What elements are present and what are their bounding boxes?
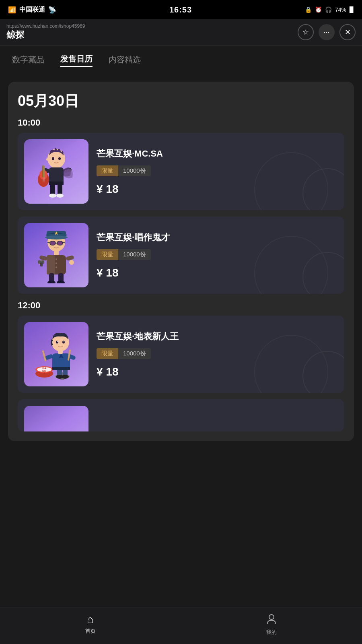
tab-calendar[interactable]: 发售日历 bbox=[60, 54, 93, 67]
svg-rect-63 bbox=[42, 350, 46, 361]
product-name-2: 芒果互娱·唱作鬼才 bbox=[97, 231, 338, 244]
time-slot-1000: 10:00 bbox=[18, 118, 344, 128]
product-info-2: 芒果互娱·唱作鬼才 限量 10000份 ¥ 18 bbox=[97, 231, 338, 279]
carrier-label: 中国联通 bbox=[19, 6, 45, 14]
svg-rect-6 bbox=[50, 184, 55, 195]
main-content: 05月30日 10:00 bbox=[0, 75, 362, 496]
svg-rect-7 bbox=[58, 184, 62, 195]
svg-point-69 bbox=[57, 341, 58, 342]
character-svg-3: NZ ND bbox=[28, 326, 84, 382]
battery-label: 74% bbox=[335, 6, 346, 13]
battery-icon: ▉ bbox=[350, 6, 354, 13]
svg-point-1 bbox=[52, 157, 54, 160]
partial-product-card[interactable] bbox=[18, 399, 344, 431]
svg-rect-29 bbox=[66, 255, 74, 261]
badge-limited-3: 限量 bbox=[97, 348, 118, 359]
tab-content[interactable]: 内容精选 bbox=[109, 54, 141, 67]
product-name-1: 芒果互娱·MC.SA bbox=[97, 148, 338, 160]
time-slot-1200: 12:00 bbox=[18, 300, 344, 311]
product-price-3: ¥ 18 bbox=[97, 365, 338, 378]
character-svg-2 bbox=[28, 227, 84, 283]
home-icon: ⌂ bbox=[87, 613, 94, 626]
product-image-2 bbox=[24, 223, 88, 287]
wifi-icon: 📡 bbox=[48, 6, 56, 14]
svg-point-67 bbox=[56, 341, 58, 344]
svg-point-27 bbox=[57, 281, 65, 283]
badge-row-2: 限量 10000份 bbox=[97, 249, 338, 260]
product-image-3: NZ ND bbox=[24, 322, 88, 386]
svg-rect-28 bbox=[39, 255, 48, 261]
close-icon: ✕ bbox=[345, 28, 351, 37]
svg-point-21 bbox=[56, 258, 57, 260]
status-time: 16:53 bbox=[169, 5, 192, 14]
signal-icon: 📶 bbox=[8, 6, 16, 14]
svg-rect-60 bbox=[52, 367, 70, 370]
profile-icon bbox=[266, 613, 277, 627]
svg-point-2 bbox=[58, 157, 61, 160]
character-svg-1 bbox=[28, 143, 84, 200]
product-name-3: 芒果互娱·地表新人王 bbox=[97, 330, 338, 343]
status-right: 🔒 ⏰ 🎧 74% ▉ bbox=[305, 6, 354, 13]
nav-item-profile[interactable]: 我的 bbox=[266, 613, 277, 636]
tab-digital[interactable]: 数字藏品 bbox=[12, 54, 44, 67]
badge-limited-2: 限量 bbox=[97, 249, 118, 260]
svg-point-68 bbox=[62, 341, 65, 344]
bottom-nav: ⌂ 首页 我的 bbox=[0, 607, 362, 644]
nav-tabs: 数字藏品 发售日历 内容精选 bbox=[0, 45, 362, 75]
product-card-newstar[interactable]: NZ ND bbox=[18, 316, 344, 393]
svg-rect-47 bbox=[40, 262, 43, 266]
dots-icon: ··· bbox=[323, 28, 329, 37]
product-price-2: ¥ 18 bbox=[97, 266, 338, 279]
svg-text:ND: ND bbox=[42, 369, 46, 372]
product-image-1 bbox=[24, 139, 88, 204]
product-card-singer[interactable]: 芒果互娱·唱作鬼才 限量 10000份 ¥ 18 bbox=[18, 217, 344, 294]
svg-point-70 bbox=[64, 341, 64, 342]
badge-count-3: 10000份 bbox=[118, 348, 151, 359]
headphone-icon: 🎧 bbox=[325, 6, 332, 13]
product-info-1: 芒果互娱·MC.SA 限量 10000份 ¥ 18 bbox=[97, 148, 338, 196]
nav-profile-label: 我的 bbox=[266, 629, 277, 636]
svg-point-8 bbox=[49, 194, 56, 198]
nav-item-home[interactable]: ⌂ 首页 bbox=[85, 613, 96, 636]
badge-count-1: 10000份 bbox=[118, 165, 151, 176]
svg-point-73 bbox=[269, 615, 274, 619]
partial-product-image bbox=[24, 406, 88, 431]
browser-title: 鲸探 bbox=[6, 29, 85, 41]
close-button[interactable]: ✕ bbox=[339, 24, 356, 40]
badge-row-3: 限量 10000份 bbox=[97, 348, 338, 359]
badge-count-2: 10000份 bbox=[118, 249, 151, 260]
status-left: 📶 中国联通 📡 bbox=[8, 6, 56, 14]
star-icon: ☆ bbox=[302, 28, 309, 37]
svg-point-36 bbox=[45, 235, 68, 239]
lock-icon: 🔒 bbox=[305, 6, 312, 13]
browser-url: https://www.huzhan.com/ishop45969 bbox=[6, 23, 85, 29]
svg-point-9 bbox=[56, 194, 64, 198]
svg-point-22 bbox=[56, 262, 57, 264]
svg-point-3 bbox=[46, 158, 49, 161]
badge-row-1: 限量 10000份 bbox=[97, 165, 338, 176]
date-header: 05月30日 bbox=[18, 91, 344, 111]
svg-point-31 bbox=[69, 260, 74, 265]
alarm-icon: ⏰ bbox=[315, 6, 322, 13]
badge-limited-1: 限量 bbox=[97, 165, 118, 176]
bookmark-button[interactable]: ☆ bbox=[298, 24, 314, 40]
product-price-1: ¥ 18 bbox=[97, 183, 338, 196]
browser-actions: ☆ ··· ✕ bbox=[298, 24, 356, 40]
product-info-3: 芒果互娱·地表新人王 限量 10000份 ¥ 18 bbox=[97, 330, 338, 378]
svg-point-26 bbox=[47, 281, 56, 283]
more-button[interactable]: ··· bbox=[319, 24, 335, 40]
partial-card-inner bbox=[18, 399, 344, 431]
browser-url-area: https://www.huzhan.com/ishop45969 鲸探 bbox=[6, 23, 85, 41]
svg-point-23 bbox=[56, 266, 57, 268]
svg-rect-20 bbox=[47, 255, 55, 275]
svg-point-58 bbox=[62, 375, 69, 379]
date-section: 05月30日 10:00 bbox=[8, 82, 354, 441]
product-card-mcsa[interactable]: 芒果互娱·MC.SA 限量 10000份 ¥ 18 bbox=[18, 133, 344, 210]
svg-rect-14 bbox=[42, 165, 45, 178]
status-bar: 📶 中国联通 📡 16:53 🔒 ⏰ 🎧 74% ▉ bbox=[0, 0, 362, 19]
nav-home-label: 首页 bbox=[85, 627, 96, 635]
svg-text:NZ: NZ bbox=[42, 366, 46, 369]
browser-bar: https://www.huzhan.com/ishop45969 鲸探 ☆ ·… bbox=[0, 19, 362, 45]
